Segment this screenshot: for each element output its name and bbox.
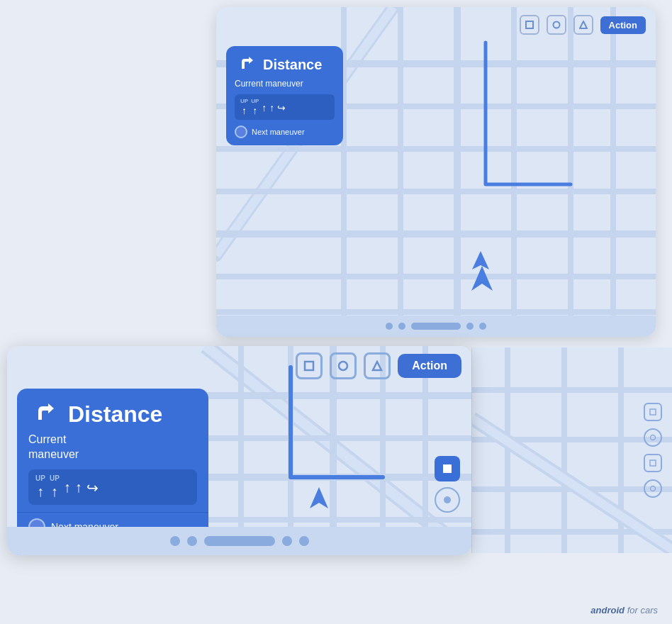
svg-point-19 <box>553 22 559 28</box>
map-side-buttons <box>435 456 460 513</box>
bottom-dot-lg-2 <box>187 536 197 546</box>
turn-arrow-large <box>235 53 257 76</box>
large-card-topbar: Action <box>216 7 656 43</box>
distance-text-large: Distance <box>263 57 322 73</box>
triangle-button-large[interactable] <box>573 15 593 35</box>
maneuver-text-small: Currentmaneuver <box>28 433 197 462</box>
next-maneuver-row-large: Next maneuver <box>235 126 335 138</box>
lane-item-lg: ↪ <box>86 478 99 496</box>
svg-rect-34 <box>443 464 452 473</box>
svg-marker-38 <box>373 362 381 370</box>
brand-suffix: for cars <box>625 605 658 615</box>
lanes-row-small: UP ↑ UP ↑ ↑ ↑ ↪ <box>28 469 197 505</box>
map-circle-btn[interactable] <box>435 487 460 513</box>
circle-button-large[interactable] <box>547 15 566 35</box>
lane-item-lg: ↑ <box>64 478 71 496</box>
svg-point-37 <box>339 362 347 370</box>
square-button-small[interactable] <box>296 352 323 379</box>
square-button-large[interactable] <box>520 15 539 35</box>
nav-arrow-large <box>468 248 493 277</box>
small-card-bottom-bar <box>7 527 471 555</box>
lane-item: ↑ <box>262 101 267 113</box>
bottom-dot-lg-4 <box>299 536 309 546</box>
bottom-pill-lg <box>204 536 275 546</box>
bottom-pill <box>411 323 461 330</box>
right-panel <box>471 347 672 553</box>
lanes-row-large: UP ↑ UP ↑ ↑ ↑ ↪ <box>235 94 335 120</box>
next-maneuver-text-large: Next maneuver <box>252 128 305 136</box>
svg-marker-33 <box>310 487 328 508</box>
lane-item: ↪ <box>277 101 286 113</box>
rp-circle-btn-2[interactable] <box>644 479 662 498</box>
large-card-bottom-bar <box>216 316 656 337</box>
android-for-cars-brand: android for cars <box>590 605 658 615</box>
nav-card-large: Distance Current maneuver UP ↑ UP ↑ ↑ ↑ <box>226 46 343 145</box>
svg-point-52 <box>651 486 656 491</box>
nav-arrow-small <box>305 484 333 516</box>
large-card: Action Distance Current maneuver UP ↑ UP… <box>216 7 656 337</box>
svg-point-35 <box>444 496 451 503</box>
lane-item: UP ↑ <box>240 98 248 116</box>
bottom-dot-lg-1 <box>170 536 180 546</box>
lane-item-lg: UP ↑ <box>35 474 45 500</box>
triangle-button-small[interactable] <box>364 352 391 379</box>
svg-marker-17 <box>472 251 489 269</box>
bottom-dot-3 <box>466 323 474 330</box>
bottom-dot-lg-3 <box>282 536 292 546</box>
bottom-dot-1 <box>386 323 393 330</box>
nav-card-main: Distance Currentmaneuver UP ↑ UP ↑ ↑ <box>17 389 208 512</box>
action-button-small[interactable]: Action <box>398 354 461 378</box>
right-panel-icons <box>644 403 662 498</box>
lane-item: ↑ <box>269 101 274 113</box>
rp-square-btn-2[interactable] <box>644 454 662 472</box>
small-card: Action Distance Currentmaneuver UP ↑ UP <box>7 346 471 555</box>
svg-rect-51 <box>650 460 656 466</box>
bottom-dot-4 <box>479 323 486 330</box>
turn-arrow-small <box>28 399 60 430</box>
svg-marker-20 <box>580 21 587 28</box>
distance-row-small: Distance <box>28 399 197 430</box>
map-square-btn[interactable] <box>435 456 460 481</box>
distance-text-small: Distance <box>68 401 162 428</box>
lane-item-lg: UP ↑ <box>50 474 60 500</box>
lane-item-lg: ↑ <box>75 478 82 496</box>
svg-rect-18 <box>526 21 533 28</box>
svg-rect-36 <box>305 362 313 370</box>
rp-square-btn[interactable] <box>644 403 662 421</box>
maneuver-text-large: Current maneuver <box>235 79 335 89</box>
action-button-large[interactable]: Action <box>600 16 646 34</box>
lane-item: UP ↑ <box>251 98 259 116</box>
distance-row-large: Distance <box>235 53 335 76</box>
bottom-dot-2 <box>398 323 405 330</box>
svg-rect-49 <box>650 409 656 415</box>
rp-circle-btn-1[interactable] <box>644 428 662 447</box>
small-card-topbar: Action <box>7 346 471 385</box>
brand-android: android <box>590 605 625 615</box>
svg-point-50 <box>651 435 656 440</box>
circle-button-small[interactable] <box>330 352 357 379</box>
next-maneuver-dot-large <box>235 126 247 138</box>
